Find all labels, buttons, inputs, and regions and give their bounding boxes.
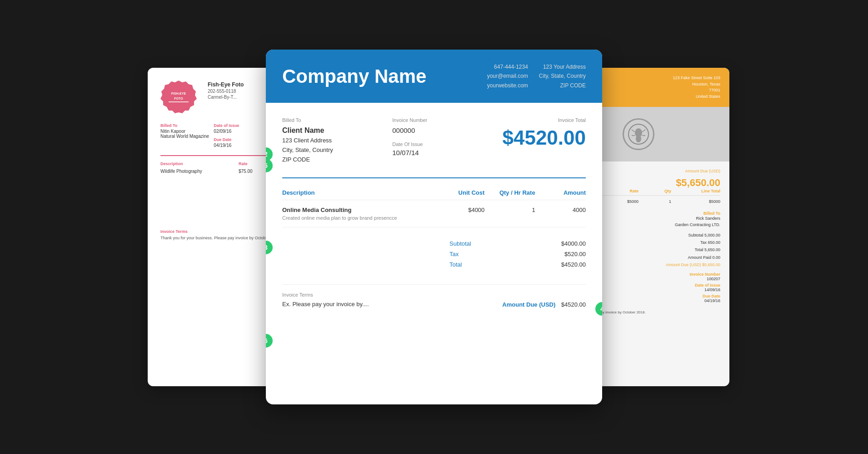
left-due-label: Due Date bbox=[214, 137, 263, 142]
center-invoice-info: Invoice Number 000000 Date Of Issue 10/0… bbox=[392, 117, 484, 164]
center-terms-row: Ex. Please pay your invoice by.... Amoun… bbox=[282, 300, 586, 308]
right-billed-company: Garden Contracting LTD. bbox=[675, 222, 720, 228]
right-addr2: Houston, Texas bbox=[673, 81, 720, 88]
center-tax-label: Tax bbox=[449, 251, 459, 257]
center-date-value: 10/07/14 bbox=[392, 149, 484, 156]
center-item-subdesc: Created online media plan to grow brand … bbox=[282, 215, 434, 221]
center-client-zip: ZIP CODE bbox=[282, 155, 374, 165]
center-col-unit: Unit Cost bbox=[434, 189, 484, 196]
badge-6: 6 bbox=[266, 334, 273, 348]
right-linetotal-col: Line Total bbox=[671, 189, 720, 193]
center-col-desc: Description bbox=[282, 189, 434, 196]
center-subtotal-row: Subtotal $4000.00 bbox=[449, 238, 586, 249]
center-terms-text: Ex. Please pay your invoice by.... bbox=[282, 301, 369, 308]
stamp-logo: FISH-EYE FOTO bbox=[160, 79, 197, 115]
right-header-address: 123 Fake Street Suite 103 Houston, Texas… bbox=[673, 75, 720, 100]
left-location: Carmel-By-T... bbox=[208, 95, 244, 100]
center-item-desc-block: Online Media Consulting Created online m… bbox=[282, 207, 434, 221]
center-item-amount: 4000 bbox=[535, 207, 586, 221]
center-table-header: Description Unit Cost Qty / Hr Rate Amou… bbox=[282, 186, 586, 200]
center-total-row: Total $4520.00 bbox=[449, 259, 586, 270]
center-client-address: 123 Client Address City, State, Country … bbox=[282, 136, 374, 164]
right-billed-block: Billed To Rick Sanders Garden Contractin… bbox=[675, 211, 720, 228]
center-address-line1: 123 Your Address bbox=[539, 62, 586, 71]
center-client-city: City, State, Country bbox=[282, 146, 374, 155]
center-email: your@email.com bbox=[487, 71, 528, 81]
center-total-label: Total bbox=[449, 261, 462, 268]
left-due-value: 04/19/16 bbox=[214, 143, 263, 148]
right-item-total: $5000 bbox=[671, 199, 720, 204]
center-body: Billed To Client Name 123 Client Address… bbox=[266, 103, 602, 323]
center-tax-row: Tax $520.00 bbox=[449, 249, 586, 259]
center-divider bbox=[282, 177, 586, 178]
center-address: 123 Your Address City, State, Country ZI… bbox=[539, 62, 586, 90]
right-billed-name: Rick Sanders bbox=[675, 216, 720, 222]
center-invoice-total: Invoice Total $4520.00 bbox=[502, 117, 586, 164]
svg-text:FOTO: FOTO bbox=[174, 97, 183, 100]
center-amount-due-label: Amount Due (USD) bbox=[502, 301, 555, 308]
center-client-name: Client Name bbox=[282, 126, 374, 135]
left-date-label: Date of Issue bbox=[214, 123, 263, 128]
left-header-info: Fish-Eye Foto 202-555-0118 Carmel-By-T..… bbox=[208, 81, 244, 100]
center-terms: Invoice Terms Ex. Please pay your invoic… bbox=[282, 284, 586, 308]
center-header: Company Name 647-444-1234 your@email.com… bbox=[266, 50, 602, 103]
center-billing-section: Billed To Client Name 123 Client Address… bbox=[282, 117, 586, 164]
center-amount-due-value: $4520.00 bbox=[561, 301, 586, 308]
center-totals-section: Subtotal $4000.00 Tax $520.00 Total $452… bbox=[282, 238, 586, 270]
right-item-qty: 1 bbox=[639, 199, 671, 204]
left-billed-to: Billed To Nitin KapoorNatural World Maga… bbox=[160, 123, 210, 148]
main-scene: FISH-EYE FOTO Fish-Eye Foto 202-555-0118… bbox=[161, 31, 707, 423]
center-totals-table: Subtotal $4000.00 Tax $520.00 Total $452… bbox=[449, 238, 586, 270]
left-item-desc: Wildlife Photography bbox=[160, 169, 239, 174]
center-company-name: Company Name bbox=[282, 66, 487, 87]
left-billed-label: Billed To bbox=[160, 123, 210, 128]
center-contact: 647-444-1234 your@email.com yourwebsite.… bbox=[487, 62, 528, 90]
center-table-row: Online Media Consulting Created online m… bbox=[282, 200, 586, 227]
left-date-issue: Date of Issue 02/09/16 Due Date 04/19/16 bbox=[214, 123, 263, 148]
svg-point-6 bbox=[636, 135, 641, 142]
right-addr1: 123 Fake Street Suite 103 bbox=[673, 75, 720, 81]
right-item-rate: $5000 bbox=[622, 199, 639, 204]
center-inv-num-label: Invoice Number bbox=[392, 117, 484, 123]
center-city-state: City, State, Country bbox=[539, 71, 586, 81]
center-zip: ZIP CODE bbox=[539, 81, 586, 90]
left-date-value: 02/09/16 bbox=[214, 129, 263, 134]
left-company-name: Fish-Eye Foto bbox=[208, 81, 244, 88]
center-total-amount: $4520.00 bbox=[502, 126, 586, 149]
center-client-addr-line: 123 Client Address bbox=[282, 136, 374, 146]
center-item-name: Online Media Consulting bbox=[282, 207, 434, 213]
center-terms-label: Invoice Terms bbox=[282, 292, 586, 298]
center-amount-due-inline: Amount Due (USD) $4520.00 bbox=[502, 300, 586, 308]
right-rate-col: Rate bbox=[622, 189, 639, 193]
card-center: 1 2 3 4 5 6 Company Name 647-444-1234 yo… bbox=[266, 50, 602, 404]
svg-line-7 bbox=[632, 130, 635, 132]
right-qty-col: Qty bbox=[639, 189, 671, 193]
center-subtotal-label: Subtotal bbox=[449, 240, 471, 247]
svg-text:FISH-EYE: FISH-EYE bbox=[171, 92, 186, 95]
svg-line-8 bbox=[642, 130, 645, 132]
bug-logo bbox=[623, 118, 654, 150]
center-item-unit: $4000 bbox=[434, 207, 484, 221]
center-inv-num-value: 000000 bbox=[392, 126, 484, 134]
center-phone: 647-444-1234 bbox=[487, 62, 528, 71]
center-billed-to: Billed To Client Name 123 Client Address… bbox=[282, 117, 374, 164]
center-total-value: $4520.00 bbox=[561, 261, 586, 268]
center-subtotal-value: $4000.00 bbox=[561, 240, 586, 247]
right-addr3: 77001 bbox=[673, 87, 720, 94]
center-tax-value: $520.00 bbox=[564, 251, 586, 257]
left-phone: 202-555-0118 bbox=[208, 89, 244, 94]
center-col-qty: Qty / Hr Rate bbox=[484, 189, 535, 196]
center-billed-label: Billed To bbox=[282, 117, 374, 123]
left-desc-col: Description bbox=[160, 161, 239, 166]
center-total-label: Invoice Total bbox=[502, 117, 586, 123]
center-date-label: Date Of Issue bbox=[392, 141, 484, 147]
center-item-qty: 1 bbox=[484, 207, 535, 221]
center-website: yourwebsite.com bbox=[487, 81, 528, 90]
left-billed-value: Nitin KapoorNatural World Magazine bbox=[160, 129, 210, 139]
center-col-amount: Amount bbox=[535, 189, 586, 196]
right-addr4: United States bbox=[673, 94, 720, 100]
right-billed-label: Billed To bbox=[675, 211, 720, 216]
